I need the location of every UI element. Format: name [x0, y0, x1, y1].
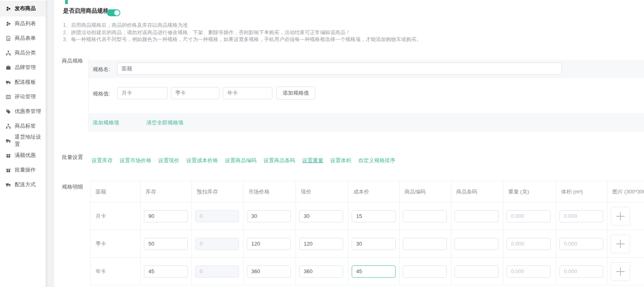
sidebar-item-product-list[interactable]: 商品列表 [0, 16, 46, 31]
product-code-input[interactable] [403, 238, 447, 250]
sidebar-item-batch-operations[interactable]: 批量操作 [0, 163, 46, 177]
truck-icon [5, 138, 11, 144]
add-spec-value-button[interactable]: 添加规格值 [276, 87, 315, 100]
detail-section-label: 规格明细 [62, 183, 83, 191]
sidebar-item-product-tags[interactable]: 商品标签 [0, 119, 46, 133]
batch-link-set-product-code[interactable]: 设置商品编码 [225, 157, 257, 164]
sidebar-item-label: 商品表单 [15, 35, 36, 42]
spec-name-row: 规格名: [89, 60, 644, 78]
sidebar-item-product-form[interactable]: 商品表单 [0, 31, 46, 46]
price-input[interactable] [299, 210, 343, 222]
batch-link-set-market-price[interactable]: 设置市场价格 [120, 157, 151, 164]
truck-icon [5, 79, 11, 85]
sidebar-item-delivery-method[interactable]: 配送方式 [0, 177, 46, 192]
spec-value-input-1[interactable] [117, 87, 168, 99]
gift-icon [5, 152, 11, 158]
sidebar-item-full-discount[interactable]: 满额优惠 [0, 148, 46, 163]
spec-name-input[interactable] [117, 63, 562, 75]
truck-icon [5, 182, 11, 187]
price-input[interactable] [299, 265, 343, 278]
batch-link-set-weight[interactable]: 设置重量 [302, 157, 323, 164]
spec-name-label: 规格名: [93, 66, 110, 73]
sidebar-scrollbar[interactable] [46, 0, 48, 287]
cost-price-input[interactable] [352, 210, 396, 222]
gift-icon [5, 167, 11, 173]
spec-value-input-3[interactable] [223, 87, 272, 99]
stock-input[interactable] [144, 210, 188, 222]
section-marker [65, 0, 68, 4]
cost-price-input-focused[interactable] [352, 265, 396, 278]
withheld-stock-input [195, 238, 239, 250]
row-name: 季卡 [91, 230, 141, 258]
volume-input[interactable] [559, 238, 603, 250]
weight-input[interactable] [507, 210, 550, 222]
barcode-input[interactable] [455, 210, 498, 222]
col-header-image: 图片 (300*300) [607, 181, 644, 202]
batch-link-set-cost-price[interactable]: 设置成本价格 [186, 157, 218, 164]
market-price-input[interactable] [247, 210, 291, 222]
sidebar-item-label: 商品列表 [15, 20, 36, 27]
col-header-price: 现价 [296, 181, 348, 202]
batch-links: 设置库存 设置市场价格 设置现价 设置成本价格 设置商品编码 设置商品条码 设置… [91, 157, 395, 164]
product-code-input[interactable] [403, 210, 447, 222]
sitemap-icon [5, 123, 11, 129]
add-spec-item-link[interactable]: 添加规格项 [93, 119, 119, 126]
weight-input[interactable] [507, 265, 550, 278]
clear-all-spec-link[interactable]: 清空全部规格项 [146, 119, 183, 126]
batch-link-set-barcode[interactable]: 设置商品条码 [263, 157, 295, 164]
market-price-input[interactable] [247, 265, 291, 278]
table-row: 月卡 [91, 202, 644, 230]
image-upload-button[interactable] [611, 207, 630, 226]
cost-price-input[interactable] [352, 238, 396, 250]
image-upload-button[interactable] [611, 262, 630, 281]
volume-input[interactable] [559, 265, 603, 278]
sidebar-item-label: 批量操作 [15, 166, 36, 174]
price-input[interactable] [299, 238, 343, 250]
barcode-input[interactable] [455, 265, 498, 278]
volume-input[interactable] [559, 210, 603, 222]
sidebar-item-label: 品牌管理 [15, 64, 36, 71]
barcode-input[interactable] [455, 238, 498, 250]
sidebar-item-delivery-template[interactable]: 配送模板 [0, 75, 46, 89]
col-header-cost-price: 成本价 [348, 181, 400, 202]
sidebar-item-return-address[interactable]: 退货地址设置 [0, 133, 46, 148]
sidebar: 发布商品 商品列表 商品表单 商品分类 品牌管理 配送模板 评论管理 优惠券管理… [0, 0, 46, 287]
col-header-market-price: 市场价格 [244, 181, 296, 202]
batch-link-set-price[interactable]: 设置现价 [158, 157, 179, 164]
withheld-stock-input [195, 265, 239, 278]
batch-link-custom-spec-sort[interactable]: 自定义规格排序 [358, 157, 395, 164]
sidebar-item-comment-management[interactable]: 评论管理 [0, 89, 46, 104]
sidebar-item-label: 满额优惠 [15, 152, 36, 159]
plus-icon [614, 265, 627, 278]
market-price-input[interactable] [247, 238, 291, 250]
briefcase-icon [5, 65, 11, 70]
spec-actions-row: 添加规格项 清空全部规格项 [89, 113, 644, 132]
col-header-volume: 体积 (m³) [556, 181, 607, 202]
col-header-weight: 重量 (克) [503, 181, 556, 202]
withheld-stock-input [195, 210, 239, 222]
batch-link-set-stock[interactable]: 设置库存 [91, 157, 113, 164]
main-content: 是否启用商品规格: 1、启用商品规格后，商品的价格及库存以商品规格为准 2、拼团… [54, 0, 644, 287]
spec-notes: 1、启用商品规格后，商品的价格及库存以商品规格为准 2、拼团活动创建后的商品，请… [63, 22, 422, 43]
product-code-input[interactable] [403, 265, 447, 278]
enable-spec-toggle[interactable] [107, 9, 120, 16]
batch-link-set-volume[interactable]: 设置体积 [330, 157, 351, 164]
enable-spec-label: 是否启用商品规格: [63, 7, 111, 15]
sidebar-item-brand-management[interactable]: 品牌管理 [0, 60, 46, 75]
note-line: 3、每一种规格代表不同型号，例如颜色为一种规格，尺寸为一种规格，如果设置多规格，… [63, 36, 422, 43]
sitemap-icon [5, 50, 11, 56]
spheres-icon [5, 6, 11, 11]
image-upload-button[interactable] [611, 235, 630, 253]
sidebar-item-label: 优惠券管理 [15, 108, 41, 115]
stock-input[interactable] [144, 238, 188, 250]
table-icon [5, 94, 11, 100]
col-header-barcode: 商品条码 [451, 181, 503, 202]
weight-input[interactable] [507, 238, 550, 250]
spec-value-input-2[interactable] [171, 87, 220, 99]
sidebar-item-coupon-management[interactable]: 优惠券管理 [0, 104, 46, 119]
sidebar-item-product-category[interactable]: 商品分类 [0, 46, 46, 60]
spec-detail-table: 面额 库存 预扣库存 市场价格 现价 成本价 商品编码 商品条码 重量 (克) … [90, 181, 644, 285]
sidebar-item-publish-product[interactable]: 发布商品 [0, 1, 46, 16]
stock-input[interactable] [144, 265, 188, 278]
row-name: 年卡 [91, 258, 141, 285]
